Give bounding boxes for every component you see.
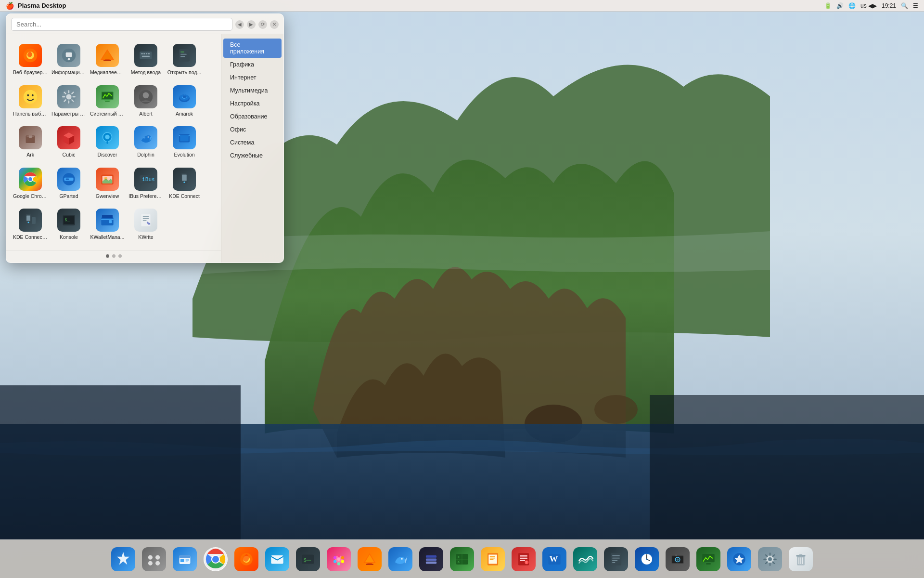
svg-rect-33: [105, 101, 110, 102]
app-konsole[interactable]: $_ Konsole: [51, 205, 87, 244]
apple-logo-icon[interactable]: 🍎: [6, 2, 14, 10]
category-internet[interactable]: Интернет: [223, 71, 282, 84]
app-albert[interactable]: Albert: [128, 81, 164, 121]
search-icon[interactable]: 🔍: [901, 2, 908, 9]
discover-label: Discover: [98, 152, 117, 158]
category-office[interactable]: Офис: [223, 123, 282, 136]
dock-dictionary[interactable]: [478, 545, 507, 574]
svg-rect-19: [148, 53, 150, 54]
firefox-icon: [19, 44, 42, 67]
apps-section: Веб-браузер ... Информация ...: [6, 34, 221, 263]
app-params[interactable]: Параметры с...: [51, 81, 87, 121]
next-page-button[interactable]: ▶: [247, 20, 256, 29]
dock-sysprefs[interactable]: [756, 545, 784, 574]
dock-terminal[interactable]: $: [294, 545, 322, 574]
dock-appstore[interactable]: [725, 545, 754, 574]
app-cubic[interactable]: Cubic: [51, 122, 87, 162]
app-ibus[interactable]: iBus IBus Preferen...: [128, 164, 164, 203]
dock-word[interactable]: W: [540, 545, 569, 574]
app-ark[interactable]: Ark: [12, 122, 49, 162]
app-kde-connect[interactable]: KDE Connect: [166, 164, 203, 203]
category-education[interactable]: Образование: [223, 110, 282, 123]
vlc-dock-icon: [358, 547, 382, 571]
dock-clock[interactable]: [632, 545, 661, 574]
category-multimedia[interactable]: Мультимедиа: [223, 84, 282, 97]
dock-photos[interactable]: [324, 545, 353, 574]
app-chrome[interactable]: Google Chrome: [12, 164, 49, 203]
svg-rect-134: [612, 562, 615, 563]
app-amarok[interactable]: Amarok: [166, 81, 203, 121]
app-kwallet[interactable]: KWalletMana...: [89, 205, 126, 244]
svg-point-79: [155, 555, 160, 559]
app-sysinfo[interactable]: Информация ...: [51, 40, 87, 79]
svg-rect-18: [146, 53, 147, 54]
prev-page-button[interactable]: ◀: [235, 20, 244, 29]
dock-finder[interactable]: [170, 545, 199, 574]
dock-chrome[interactable]: [201, 545, 230, 574]
category-system[interactable]: Система: [223, 136, 282, 149]
settings-button[interactable]: ⟳: [258, 20, 267, 29]
svg-point-38: [183, 95, 186, 98]
dock-stack[interactable]: [417, 545, 446, 574]
app-kde-connect2[interactable]: KDE Connect ...: [12, 205, 49, 244]
category-utilities[interactable]: Служебные: [223, 149, 282, 162]
dock-launchpad[interactable]: [140, 545, 168, 574]
category-all[interactable]: Все приложения: [223, 39, 282, 58]
app-kwrite[interactable]: KWrite: [128, 205, 164, 244]
dock-excel[interactable]: XX: [448, 545, 476, 574]
dock-screenshot[interactable]: [663, 545, 692, 574]
word-icon: W: [542, 547, 566, 571]
dock-trash[interactable]: [786, 545, 815, 574]
page-dot-1[interactable]: [106, 254, 109, 258]
dock-mail[interactable]: [263, 545, 292, 574]
svg-rect-123: [520, 555, 527, 556]
vlc-label: Медиаплеер ...: [90, 69, 125, 76]
app-dolphin[interactable]: Dolphin: [128, 122, 164, 162]
close-launcher-button[interactable]: ✕: [270, 20, 279, 29]
dock-forms[interactable]: !: [509, 545, 538, 574]
search-input[interactable]: [11, 18, 232, 31]
volume-icon: 🔊: [836, 2, 844, 9]
category-settings[interactable]: Настройка: [223, 97, 282, 110]
app-vlc[interactable]: Медиаплеер ...: [89, 40, 126, 79]
svg-point-142: [677, 558, 679, 561]
app-sysmonitor[interactable]: Системный м...: [89, 81, 126, 121]
dock-firefox[interactable]: [232, 545, 261, 574]
svg-text:X: X: [458, 555, 460, 559]
menubar-right: 🔋 🔊 🌐 us ◀▶ 19:21 🔍 ☰: [824, 2, 918, 9]
dock-amarok[interactable]: [386, 545, 415, 574]
page-dot-2[interactable]: [112, 254, 116, 258]
app-firefox[interactable]: Веб-браузер ...: [12, 40, 49, 79]
dock-sysmon[interactable]: [694, 545, 723, 574]
app-discover[interactable]: Discover: [89, 122, 126, 162]
svg-rect-24: [180, 56, 185, 57]
svg-rect-20: [142, 56, 150, 57]
category-graphics[interactable]: Графика: [223, 58, 282, 71]
app-panel-chooser[interactable]: Панель выбо...: [12, 81, 49, 121]
svg-rect-21: [179, 49, 190, 61]
app-open-terminal[interactable]: Открыть под...: [166, 40, 203, 79]
app-gparted[interactable]: GParted: [51, 164, 87, 203]
hamburger-menu-icon[interactable]: ☰: [913, 2, 918, 9]
language-indicator[interactable]: us ◀▶: [860, 2, 877, 9]
dock-kde[interactable]: [109, 545, 138, 574]
svg-rect-22: [180, 52, 184, 53]
svg-point-126: [525, 560, 528, 564]
app-gwenview[interactable]: Gwenview: [89, 164, 126, 203]
dock-notes[interactable]: [602, 545, 630, 574]
page-dot-3[interactable]: [118, 254, 122, 258]
svg-rect-40: [29, 135, 32, 138]
screenshot-icon: [666, 547, 690, 571]
dock-vlc[interactable]: [355, 545, 384, 574]
svg-text:W: W: [550, 553, 558, 563]
dock-wave[interactable]: [571, 545, 600, 574]
svg-point-26: [27, 94, 29, 96]
app-evolution[interactable]: Evolution: [166, 122, 203, 162]
svg-point-65: [27, 222, 29, 223]
app-input-method[interactable]: Метод ввода: [128, 40, 164, 79]
svg-rect-85: [186, 559, 190, 561]
svg-point-80: [148, 561, 153, 565]
mail-icon: [265, 547, 289, 571]
apps-grid-container: Веб-браузер ... Информация ...: [6, 34, 221, 250]
svg-text:iBus: iBus: [142, 176, 155, 183]
